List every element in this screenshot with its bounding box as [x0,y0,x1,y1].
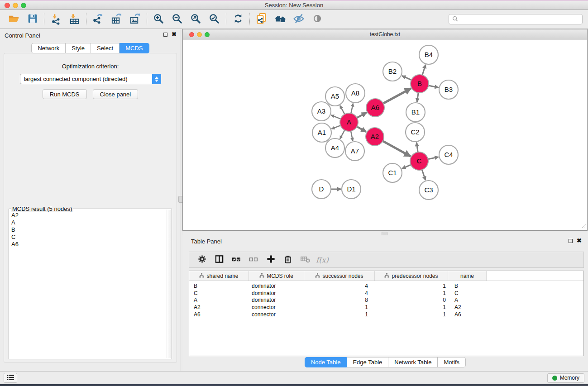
mcds-result-item[interactable]: C [11,234,172,241]
float-panel-icon[interactable] [163,33,167,37]
close-panel-button[interactable]: Close panel [93,89,139,99]
table-row[interactable]: Bdominator41B [189,282,583,290]
node-B2[interactable]: B2 [383,62,402,81]
table-cell[interactable]: 1 [375,304,448,310]
select-all-button[interactable] [228,253,245,267]
column-header-name[interactable]: name [448,271,487,281]
table-cell[interactable]: A6 [448,311,487,318]
mcds-result-item[interactable]: A6 [11,241,172,248]
node-B[interactable]: B [411,75,429,93]
show-panels-button[interactable] [4,373,17,383]
deselect-all-button[interactable] [245,253,262,267]
node-A4[interactable]: A4 [325,138,344,157]
edge-A-A2[interactable] [357,126,366,132]
edge-C-C4[interactable] [428,157,439,159]
edge-A-A6[interactable] [357,113,367,118]
tab-motifs[interactable]: Motifs [438,357,466,367]
node-D[interactable]: D [312,180,331,199]
float-table-panel-icon[interactable] [569,239,573,243]
table-cell[interactable]: 0 [375,297,448,303]
node-D1[interactable]: D1 [342,180,361,199]
table-row[interactable]: Adominator80A [189,297,583,304]
table-settings-button[interactable] [193,253,210,267]
import-network-button[interactable] [47,12,65,27]
search-input[interactable] [460,16,579,23]
network-zoom-button[interactable] [205,32,210,37]
delete-column-button[interactable] [279,253,296,267]
edge-A-A7[interactable] [351,131,353,141]
node-A5[interactable]: A5 [325,87,344,106]
zoom-selected-button[interactable] [205,12,224,27]
mcds-result-item[interactable]: A2 [11,212,172,219]
resize-grip-icon[interactable] [581,222,587,230]
export-table-button[interactable] [107,12,126,27]
edge-A2-C[interactable] [382,141,411,156]
duplicate-network-button[interactable] [252,12,271,27]
network-close-button[interactable] [189,32,194,37]
table-cell[interactable]: A6 [189,311,249,318]
node-A2[interactable]: A2 [366,128,384,146]
hide-selected-button[interactable] [289,12,308,27]
import-table-button[interactable] [65,12,84,27]
delete-table-button[interactable] [296,253,314,267]
column-header-shared-name[interactable]: shared name [189,271,249,281]
table-cell[interactable]: B [189,283,249,289]
memory-button[interactable]: Memory [547,373,584,383]
node-A1[interactable]: A1 [312,123,331,142]
table-cell[interactable]: C [448,290,487,296]
node-C3[interactable]: C3 [419,181,438,200]
node-B4[interactable]: B4 [419,45,438,64]
mcds-result-item[interactable]: A [11,219,172,226]
column-header-mcds-role[interactable]: MCDS role [249,271,304,281]
table-cell[interactable]: dominator [249,290,304,296]
table-row[interactable]: A2connector11A2 [189,304,583,311]
minimize-window-button[interactable] [13,3,18,8]
add-column-button[interactable] [262,253,279,267]
export-image-button[interactable] [126,12,144,27]
tab-network[interactable]: Network [31,43,66,53]
refresh-layout-button[interactable] [229,12,247,27]
table-cell[interactable]: A [448,297,487,303]
edge-B-B1[interactable] [417,92,418,102]
network-canvas[interactable]: B4B2BB3A5A8A6A3B1AA1C2A2A4A7C4CC1C3DD1 [183,40,587,230]
table-cell[interactable]: 8 [304,297,375,303]
edge-C-C3[interactable] [422,169,425,180]
run-mcds-button[interactable]: Run MCDS [43,89,87,99]
node-C4[interactable]: C4 [439,145,458,164]
horizontal-splitter[interactable] [182,231,588,235]
export-network-button[interactable] [89,12,107,27]
table-cell[interactable]: B [448,283,487,289]
zoom-out-button[interactable] [168,12,186,27]
tab-mcds[interactable]: MCDS [120,43,149,53]
function-builder-button[interactable]: f(x) [314,253,331,267]
table-cell[interactable]: 1 [304,304,375,310]
tab-style[interactable]: Style [66,43,91,53]
node-C1[interactable]: C1 [383,163,402,182]
zoom-window-button[interactable] [21,3,26,8]
close-panel-icon[interactable]: ✖ [172,32,177,37]
node-A[interactable]: A [340,113,358,131]
table-row[interactable]: Cdominator41C [189,290,583,297]
table-cell[interactable]: dominator [249,283,304,289]
tab-edge-table[interactable]: Edge Table [347,357,388,367]
table-cell[interactable]: 4 [304,290,375,296]
close-window-button[interactable] [5,3,10,8]
edge-C-C1[interactable] [402,165,411,169]
column-header-successor-nodes[interactable]: successor nodes [304,271,375,281]
network-minimize-button[interactable] [197,32,202,37]
table-cell[interactable]: 4 [304,283,375,289]
table-cell[interactable]: 1 [375,290,448,296]
node-A8[interactable]: A8 [346,84,365,103]
mcds-result-item[interactable]: B [11,226,172,234]
table-cell[interactable]: dominator [249,297,304,303]
table-cell[interactable]: A [189,297,249,303]
table-cell[interactable]: A2 [189,304,249,310]
close-table-panel-icon[interactable]: ✖ [577,238,582,243]
node-C[interactable]: C [410,152,428,170]
table-row[interactable]: A6connector11A6 [189,311,583,318]
show-columns-button[interactable] [210,253,228,267]
edge-A-A4[interactable] [340,130,345,139]
zoom-in-button[interactable] [149,12,168,27]
edge-A-A1[interactable] [331,125,341,129]
table-cell[interactable]: connector [249,311,304,318]
